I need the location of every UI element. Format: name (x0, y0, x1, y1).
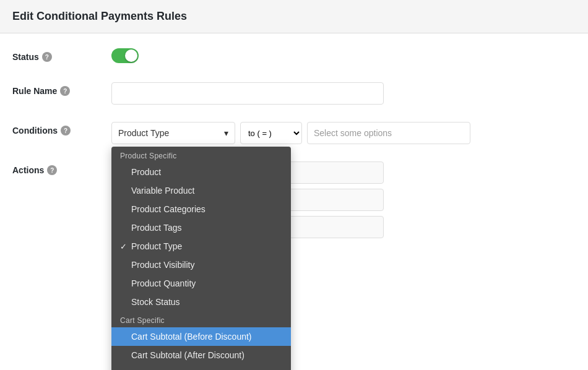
dropdown-item-stock-status[interactable]: Stock Status (111, 293, 291, 311)
select-options-placeholder: Select some options (314, 128, 392, 138)
conditions-control: Product Type ▾ Product Specific Product … (111, 122, 576, 144)
actions-label: Actions ? (12, 161, 111, 175)
page-title: Edit Conditional Payments Rules (12, 10, 576, 23)
toggle-thumb (125, 49, 137, 62)
actions-help-icon[interactable]: ? (47, 165, 57, 175)
dropdown-item-cart-subtotal-after[interactable]: Cart Subtotal (After Discount) (111, 346, 291, 364)
actions-row: Actions ? (12, 161, 576, 238)
conditions-area: Product Type ▾ Product Specific Product … (111, 122, 576, 144)
toggle-track (111, 48, 139, 63)
dropdown-item-product-tags[interactable]: Product Tags (111, 218, 291, 237)
condition-dropdown-menu: Product Specific Product Variable Produc… (111, 147, 291, 370)
dropdown-item-product-categories[interactable]: Product Categories (111, 200, 291, 218)
page-header: Edit Conditional Payments Rules (0, 0, 588, 33)
conditions-row: Conditions ? Product Type ▾ Product (12, 122, 576, 144)
dropdown-item-product-quantity[interactable]: Product Quantity (111, 274, 291, 293)
status-control (111, 48, 576, 65)
condition-type-selected-label: Product Type (118, 128, 169, 138)
condition-type-chevron-icon: ▾ (224, 128, 228, 138)
status-toggle[interactable] (111, 48, 139, 63)
conditions-help-icon[interactable]: ? (61, 126, 71, 136)
dropdown-item-variable-product[interactable]: Variable Product (111, 181, 291, 200)
form-body: Status ? Rule Name ? (0, 33, 588, 270)
rule-name-row: Rule Name ? (12, 82, 576, 105)
operator-select[interactable]: to ( = ) (240, 122, 302, 144)
rule-name-control (111, 82, 576, 105)
condition-type-select[interactable]: Product Type ▾ (111, 122, 235, 144)
cart-specific-group-label: Cart Specific (111, 311, 291, 327)
rule-name-input[interactable] (111, 82, 384, 105)
condition-dropdown-wrapper: Product Type ▾ Product Specific Product … (111, 122, 235, 144)
dropdown-item-product[interactable]: Product (111, 163, 291, 181)
status-help-icon[interactable]: ? (42, 52, 52, 62)
dropdown-item-product-type[interactable]: Product Type (111, 237, 291, 256)
conditions-label: Conditions ? (12, 122, 111, 136)
rule-name-help-icon[interactable]: ? (60, 86, 70, 96)
select-options-box[interactable]: Select some options (307, 122, 470, 144)
status-row: Status ? (12, 48, 576, 65)
dropdown-item-product-visibility[interactable]: Product Visibility (111, 256, 291, 274)
page-wrapper: Edit Conditional Payments Rules Status ?… (0, 0, 588, 370)
product-specific-group-label: Product Specific (111, 147, 291, 163)
dropdown-item-cart-subtotal-before[interactable]: Cart Subtotal (Before Discount) (111, 327, 291, 346)
status-label: Status ? (12, 48, 111, 62)
dropdown-item-cart-quantity[interactable]: Cart Quantity (111, 364, 291, 370)
rule-name-label: Rule Name ? (12, 82, 111, 96)
